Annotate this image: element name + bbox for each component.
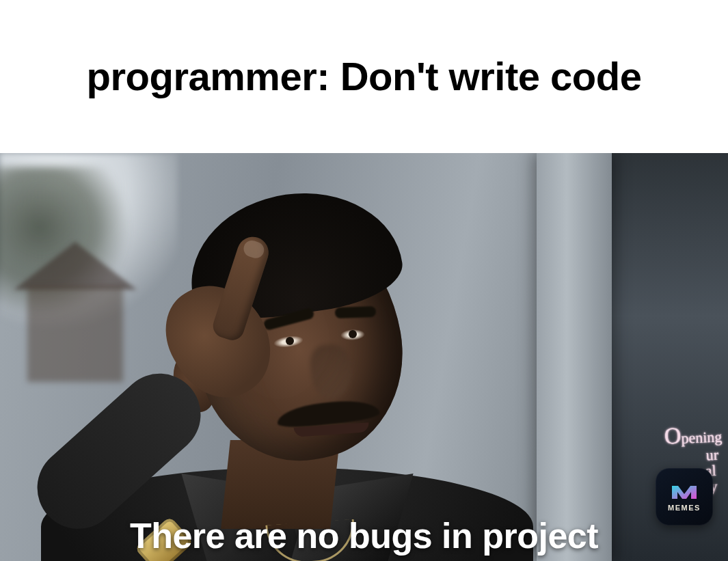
person-pupil-right <box>349 330 357 338</box>
sign-big-o: O <box>664 424 682 449</box>
background-house-roof <box>14 242 137 290</box>
top-caption-area: programmer: Don't write code <box>0 0 728 153</box>
top-caption-text: programmer: Don't write code <box>87 52 642 102</box>
meme-image: Opening ur al y There are no bugs in pro… <box>0 153 728 561</box>
memes-app-watermark: MEMES <box>656 468 713 525</box>
background-house-body <box>27 286 123 382</box>
bottom-caption-text: There are no bugs in project <box>27 515 701 557</box>
bottom-caption-area: There are no bugs in project <box>0 515 728 557</box>
person-eyebrow-right <box>335 306 377 318</box>
background-pillar <box>537 153 612 561</box>
memes-logo-label: MEMES <box>668 504 701 512</box>
sign-line1-rest: pening <box>681 428 723 447</box>
memes-logo-icon <box>670 482 699 501</box>
person-pupil-left <box>286 337 294 345</box>
